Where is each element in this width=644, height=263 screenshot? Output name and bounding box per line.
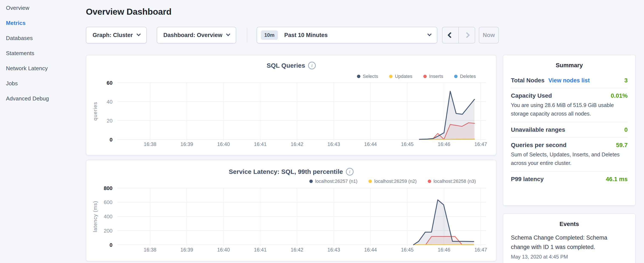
svg-text:600: 600: [104, 200, 112, 205]
graph-dropdown[interactable]: Graph: Cluster: [86, 27, 147, 43]
now-button[interactable]: Now: [479, 27, 499, 43]
svg-text:16:43: 16:43: [328, 141, 340, 147]
sidebar-item-advanced-debug[interactable]: Advanced Debug: [0, 91, 83, 106]
dashboard-dropdown-label: Dashboard: Overview: [163, 32, 222, 39]
summary-row-capacity-used: Capacity Used 0.01% You are using 28.6 M…: [511, 88, 628, 122]
toolbar: Graph: Cluster Dashboard: Overview 10m P…: [86, 27, 520, 43]
summary-row-label: Unavailable ranges: [511, 126, 565, 133]
event-text: Schema Change Completed: Schema change w…: [511, 233, 628, 252]
dashboard-dropdown[interactable]: Dashboard: Overview: [157, 27, 236, 43]
sql-queries-chart-card: SQL Queries i SelectsUpdatesInsertsDelet…: [86, 55, 496, 155]
summary-row-total-nodes: Total Nodes View nodes list 3: [511, 73, 628, 88]
svg-text:200: 200: [104, 228, 112, 234]
summary-row-value: 59.7: [616, 142, 628, 149]
svg-text:16:41: 16:41: [254, 247, 266, 252]
summary-row-label: Capacity Used: [511, 92, 552, 99]
sql-queries-plot[interactable]: 16:3816:3916:4016:4116:4216:4316:4416:45…: [86, 55, 496, 155]
svg-text:800: 800: [104, 185, 112, 191]
chevron-down-icon: [427, 32, 432, 36]
svg-text:16:42: 16:42: [291, 141, 304, 147]
summary-row-value: 0: [624, 126, 628, 133]
summary-title: Summary: [511, 62, 628, 69]
chevron-right-icon: [464, 32, 470, 38]
svg-text:16:46: 16:46: [438, 141, 450, 147]
event-list-item[interactable]: Schema Change Completed: Schema change w…: [511, 233, 628, 260]
event-timestamp: May 13, 2020 at 4:45 PM: [511, 254, 628, 260]
page-title: Overview Dashboard: [86, 7, 171, 17]
summary-row-value: 0.01%: [611, 92, 628, 99]
sidebar-item-statements[interactable]: Statements: [0, 46, 83, 61]
summary-row-label: Total Nodes: [511, 77, 544, 84]
svg-text:16:38: 16:38: [144, 141, 156, 147]
svg-text:0: 0: [110, 242, 112, 248]
svg-text:16:46: 16:46: [438, 247, 450, 252]
summary-row-description: Sum of Selects, Updates, Inserts, and De…: [511, 150, 628, 167]
summary-row-value: 3: [624, 77, 628, 84]
svg-text:queries: queries: [92, 102, 98, 120]
svg-text:16:38: 16:38: [144, 247, 156, 252]
graph-dropdown-label: Graph: Cluster: [92, 32, 133, 39]
svg-text:16:39: 16:39: [180, 141, 193, 147]
svg-text:16:42: 16:42: [291, 247, 304, 252]
sidebar-item-metrics[interactable]: Metrics: [0, 16, 83, 31]
chevron-down-icon: [226, 32, 230, 36]
time-range-dropdown[interactable]: 10m Past 10 Minutes: [256, 27, 437, 43]
svg-text:16:40: 16:40: [217, 247, 230, 252]
time-range-label: Past 10 Minutes: [284, 32, 328, 39]
events-panel: Events Schema Change Completed: Schema c…: [503, 213, 636, 263]
svg-text:0: 0: [110, 137, 112, 143]
svg-text:16:44: 16:44: [364, 141, 377, 147]
summary-row-label: Queries per second: [511, 142, 566, 149]
summary-row-p99-latency: P99 latency 46.1 ms: [511, 172, 628, 187]
svg-text:16:45: 16:45: [401, 141, 414, 147]
sidebar: OverviewMetricsDatabasesStatementsNetwor…: [0, 0, 83, 263]
chevron-down-icon: [136, 32, 141, 36]
svg-text:60: 60: [107, 80, 113, 86]
sidebar-item-network-latency[interactable]: Network Latency: [0, 61, 83, 76]
toolbar-divider: [247, 28, 247, 43]
svg-text:20: 20: [107, 118, 113, 124]
svg-text:40: 40: [107, 99, 113, 105]
chevron-left-icon: [447, 32, 453, 38]
sidebar-item-jobs[interactable]: Jobs: [0, 76, 83, 91]
sidebar-item-overview[interactable]: Overview: [0, 1, 83, 16]
svg-text:16:47: 16:47: [474, 141, 487, 147]
time-range-pager: [442, 27, 475, 43]
svg-text:16:41: 16:41: [254, 141, 266, 147]
summary-row-label: P99 latency: [511, 176, 544, 183]
service-latency-chart-card: Service Latency: SQL, 99th percentile i …: [86, 160, 496, 261]
summary-row-value: 46.1 ms: [606, 176, 628, 183]
svg-text:16:43: 16:43: [328, 247, 340, 252]
svg-text:16:44: 16:44: [364, 247, 377, 252]
svg-text:latency (ms): latency (ms): [92, 201, 98, 232]
summary-row-description: You are using 28.6 MiB of 515.9 GiB usab…: [511, 101, 628, 118]
prev-range-button[interactable]: [442, 27, 458, 43]
svg-text:16:47: 16:47: [474, 247, 487, 252]
summary-row-queries-per-second: Queries per second 59.7 Sum of Selects, …: [511, 138, 628, 172]
next-range-button[interactable]: [458, 27, 475, 43]
time-range-badge: 10m: [261, 31, 278, 40]
svg-text:16:45: 16:45: [401, 247, 414, 252]
view-nodes-list-link[interactable]: View nodes list: [548, 77, 590, 84]
svg-text:16:39: 16:39: [180, 247, 193, 252]
events-title: Events: [511, 221, 628, 227]
sidebar-item-databases[interactable]: Databases: [0, 31, 83, 46]
summary-panel: Summary Total Nodes View nodes list 3 Ca…: [503, 55, 636, 206]
service-latency-plot[interactable]: 16:3816:3916:4016:4116:4216:4316:4416:45…: [86, 160, 496, 261]
svg-text:16:40: 16:40: [217, 141, 230, 147]
cockroachdb-admin-console: OverviewMetricsDatabasesStatementsNetwor…: [0, 0, 644, 263]
summary-row-unavailable-ranges: Unavailable ranges 0: [511, 122, 628, 138]
svg-text:400: 400: [104, 214, 112, 219]
